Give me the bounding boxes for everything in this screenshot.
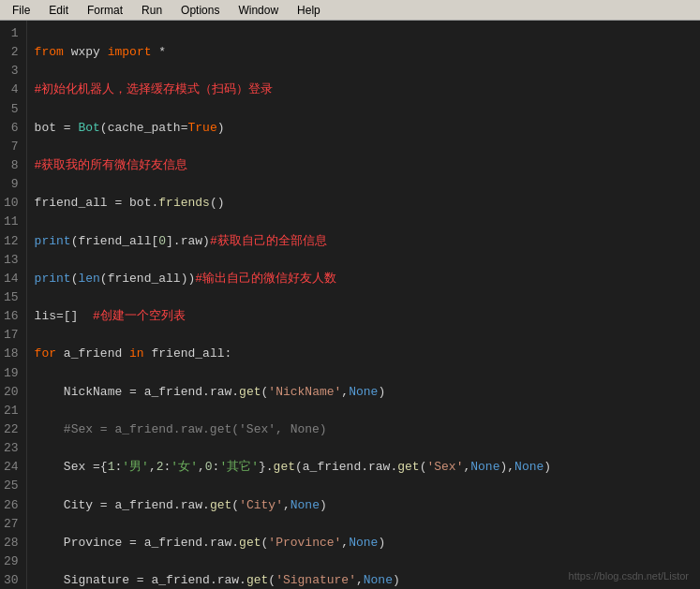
- editor-container: 1 2 3 4 5 6 7 8 9 10 11 12 13 14 15 16 1…: [0, 21, 700, 589]
- menu-edit[interactable]: Edit: [40, 1, 77, 20]
- menu-file[interactable]: File: [4, 1, 38, 20]
- code-area[interactable]: from wxpy import * #初始化机器人，选择缓存模式（扫码）登录 …: [27, 21, 700, 589]
- line-numbers: 1 2 3 4 5 6 7 8 9 10 11 12 13 14 15 16 1…: [0, 21, 27, 589]
- menu-help[interactable]: Help: [289, 1, 329, 20]
- menu-run[interactable]: Run: [133, 1, 171, 20]
- menu-options[interactable]: Options: [172, 1, 228, 20]
- menu-window[interactable]: Window: [230, 1, 287, 20]
- watermark: https://blog.csdn.net/Listor: [569, 570, 689, 582]
- menu-bar: File Edit Format Run Options Window Help: [0, 0, 700, 21]
- menu-format[interactable]: Format: [79, 1, 131, 20]
